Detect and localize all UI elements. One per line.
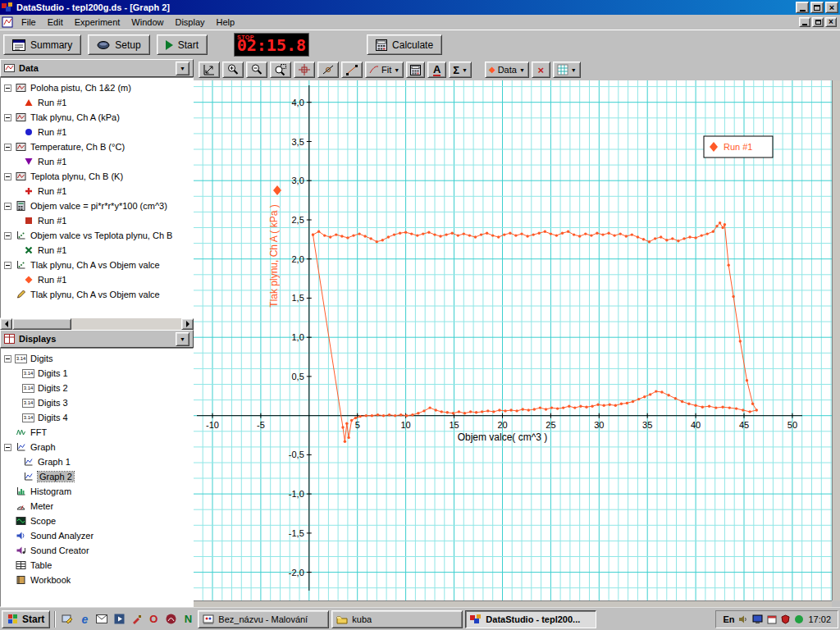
zoom-in-button[interactable] bbox=[222, 62, 244, 78]
task-button-datastudio[interactable]: DataStudio - tepl200... bbox=[465, 610, 596, 628]
zoom-out-button[interactable] bbox=[246, 62, 267, 78]
scroll-right-button[interactable] bbox=[181, 318, 194, 330]
opera-icon[interactable]: O bbox=[146, 612, 161, 627]
restore-button[interactable] bbox=[810, 2, 824, 13]
run-item[interactable]: Run #1 bbox=[1, 243, 193, 258]
displays-item[interactable]: Sound Analyzer bbox=[1, 528, 193, 543]
scheduler-icon[interactable] bbox=[767, 614, 777, 624]
displays-item[interactable]: FFT bbox=[1, 425, 193, 440]
paint-brush-icon[interactable] bbox=[129, 612, 144, 627]
displays-subitem[interactable]: 3.14Digits 1 bbox=[1, 366, 193, 381]
task-button-paint[interactable]: Bez_názvu - Malování bbox=[198, 610, 329, 628]
run-item[interactable]: Run #1 bbox=[1, 213, 193, 228]
mdi-document-icon[interactable] bbox=[2, 16, 13, 28]
network-icon[interactable] bbox=[794, 614, 804, 624]
start-button[interactable]: Start bbox=[157, 34, 208, 55]
collapse-box[interactable] bbox=[4, 84, 11, 92]
mail-icon[interactable] bbox=[94, 612, 109, 627]
data-panel-header[interactable]: Data ▼ bbox=[0, 59, 194, 77]
collapse-box[interactable] bbox=[4, 173, 11, 180]
displays-item[interactable]: Scope bbox=[1, 514, 193, 528]
menu-item-help[interactable]: Help bbox=[211, 16, 241, 30]
data-tree-item[interactable]: Tlak plynu, Ch A (kPa) bbox=[1, 110, 193, 125]
volume-icon[interactable] bbox=[738, 614, 748, 624]
displays-item[interactable]: Workbook bbox=[1, 573, 193, 587]
collapse-box[interactable] bbox=[4, 444, 11, 451]
displays-item[interactable]: Table bbox=[1, 558, 193, 573]
displays-subitem[interactable]: 3.14Digits 2 bbox=[1, 381, 193, 395]
collapse-box[interactable] bbox=[4, 203, 11, 210]
graph-vertical-scrollbar[interactable] bbox=[832, 80, 840, 600]
menu-item-window[interactable]: Window bbox=[126, 16, 169, 30]
displays-item[interactable]: Sound Creator bbox=[1, 543, 193, 558]
collapse-box[interactable] bbox=[4, 232, 11, 240]
graph-display[interactable]: -10-551015202530354045504,03,53,02,52,01… bbox=[194, 80, 832, 600]
remove-data-button[interactable]: × bbox=[532, 62, 550, 78]
start-menu-button[interactable]: Start bbox=[2, 610, 50, 628]
displays-panel-dropdown[interactable]: ▼ bbox=[176, 332, 189, 346]
minimize-button[interactable] bbox=[796, 2, 809, 13]
data-tree-horizontal-scrollbar[interactable] bbox=[0, 318, 194, 330]
run-item[interactable]: Run #1 bbox=[1, 95, 193, 110]
calculator-tool-button[interactable] bbox=[406, 62, 425, 78]
data-tree-item[interactable]: Temperature, Ch B (°C) bbox=[1, 139, 193, 154]
collapse-box[interactable] bbox=[4, 355, 11, 363]
run-item[interactable]: Run #1 bbox=[1, 154, 193, 169]
displays-subitem[interactable]: 3.14Digits 4 bbox=[1, 410, 193, 425]
displays-item[interactable]: Graph bbox=[1, 440, 193, 454]
data-tree-item[interactable]: Objem valce = pi*r*r*y*100 (cm^3) bbox=[1, 199, 193, 213]
displays-subitem[interactable]: 3.14Digits 3 bbox=[1, 395, 193, 410]
display-icon[interactable] bbox=[752, 614, 763, 624]
menu-item-file[interactable]: File bbox=[16, 16, 42, 30]
collapse-box[interactable] bbox=[4, 144, 11, 151]
slope-tool-button[interactable] bbox=[317, 62, 339, 78]
summary-button[interactable]: Summary bbox=[3, 34, 81, 55]
run-item[interactable]: Run #1 bbox=[1, 125, 193, 139]
displays-subitem[interactable]: Graph 2 bbox=[1, 469, 193, 484]
scale-to-fit-button[interactable] bbox=[199, 62, 220, 78]
displays-item[interactable]: Meter bbox=[1, 499, 193, 514]
text-tool-button[interactable]: A bbox=[427, 62, 446, 78]
scrollbar-thumb[interactable] bbox=[12, 318, 71, 330]
data-tree-item[interactable]: Tlak plynu, Ch A vs Objem valce bbox=[1, 287, 193, 302]
show-desktop-icon[interactable] bbox=[60, 612, 75, 627]
clock[interactable]: 17:02 bbox=[808, 614, 831, 624]
data-menu-button[interactable]: ◆ Data ▼ bbox=[485, 62, 529, 78]
fit-menu-button[interactable]: Fit ▼ bbox=[365, 62, 404, 78]
statistics-menu-button[interactable]: Σ ▼ bbox=[449, 62, 472, 78]
displays-item[interactable]: 3.14Digits bbox=[1, 351, 193, 366]
mdi-minimize-button[interactable] bbox=[799, 17, 810, 27]
ie-icon[interactable]: e bbox=[77, 612, 92, 627]
calculate-button[interactable]: Calculate bbox=[367, 34, 442, 55]
smart-tool-button[interactable] bbox=[294, 62, 315, 78]
graph-settings-menu-button[interactable]: ▼ bbox=[553, 62, 581, 78]
collapse-box[interactable] bbox=[4, 114, 11, 121]
run-item[interactable]: Run #1 bbox=[1, 184, 193, 199]
data-tree-item[interactable]: Objem valce vs Teplota plynu, Ch B bbox=[1, 228, 193, 243]
menu-item-edit[interactable]: Edit bbox=[42, 16, 69, 30]
setup-button[interactable]: Setup bbox=[88, 34, 149, 55]
collapse-box[interactable] bbox=[4, 262, 11, 269]
close-button[interactable]: × bbox=[825, 2, 838, 13]
data-tree-item[interactable]: Teplota plynu, Ch B (K) bbox=[1, 169, 193, 184]
graph-horizontal-scrollbar[interactable] bbox=[194, 600, 832, 607]
data-tree-item[interactable]: Tlak plynu, Ch A vs Objem valce bbox=[1, 258, 193, 272]
displays-panel-header[interactable]: Displays ▼ bbox=[0, 330, 194, 348]
displays-subitem[interactable]: Graph 1 bbox=[1, 454, 193, 469]
run-item[interactable]: Run #1 bbox=[1, 272, 193, 287]
task-button-folder[interactable]: kuba bbox=[331, 610, 463, 628]
netscape-icon[interactable]: N bbox=[180, 612, 195, 627]
acrobat-icon[interactable] bbox=[163, 612, 178, 627]
language-indicator[interactable]: En bbox=[723, 614, 734, 624]
menu-item-experiment[interactable]: Experiment bbox=[69, 16, 126, 30]
displays-item[interactable]: Histogram bbox=[1, 484, 193, 499]
media-player-icon[interactable] bbox=[112, 612, 126, 627]
zoom-select-button[interactable] bbox=[270, 62, 291, 78]
scroll-left-button[interactable] bbox=[0, 318, 12, 330]
line-tool-button[interactable] bbox=[341, 62, 363, 78]
antivirus-icon[interactable] bbox=[781, 614, 790, 624]
data-panel-dropdown[interactable]: ▼ bbox=[176, 62, 189, 75]
menu-item-display[interactable]: Display bbox=[169, 16, 210, 30]
mdi-close-button[interactable]: × bbox=[825, 17, 837, 27]
mdi-restore-button[interactable] bbox=[812, 17, 824, 27]
